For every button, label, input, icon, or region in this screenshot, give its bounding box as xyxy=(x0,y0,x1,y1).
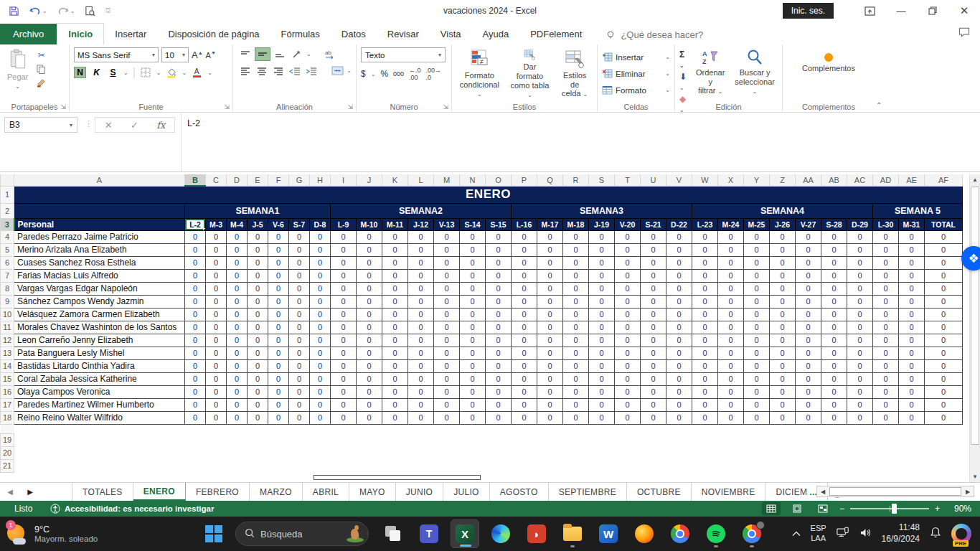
addins-button[interactable]: Complementos xyxy=(799,47,858,100)
value-cell[interactable]: 0 xyxy=(899,256,925,269)
value-cell[interactable]: 0 xyxy=(357,372,382,385)
value-cell[interactable]: 0 xyxy=(796,359,821,372)
value-cell[interactable]: 0 xyxy=(289,308,310,321)
value-cell[interactable]: 0 xyxy=(615,321,641,334)
value-cell[interactable]: 0 xyxy=(589,295,615,308)
day-header-cell[interactable]: J-26 xyxy=(770,218,796,230)
horizontal-scrollbar[interactable]: ◀ ▶ xyxy=(816,486,974,497)
scroll-left-arrow[interactable]: ◀ xyxy=(817,489,829,495)
day-header-cell[interactable]: S-15 xyxy=(486,218,512,230)
day-header-cell[interactable]: S-21 xyxy=(641,218,666,230)
value-cell[interactable]: 0 xyxy=(589,269,615,282)
value-cell[interactable]: 0 xyxy=(382,282,408,295)
value-cell[interactable]: 0 xyxy=(589,321,615,334)
value-cell[interactable]: 0 xyxy=(692,295,718,308)
row-number[interactable]: 1 xyxy=(1,186,14,203)
numero-dialog-launcher[interactable]: ⇲ xyxy=(443,103,448,110)
value-cell[interactable]: 0 xyxy=(589,334,615,347)
value-cell[interactable]: 0 xyxy=(615,256,641,269)
value-cell[interactable]: 0 xyxy=(268,359,289,372)
value-cell[interactable]: 0 xyxy=(692,334,718,347)
value-cell[interactable]: 0 xyxy=(268,385,289,398)
row-number[interactable]: 13 xyxy=(1,347,14,359)
value-cell[interactable]: 0 xyxy=(615,243,641,256)
value-cell[interactable]: 0 xyxy=(847,308,873,321)
value-cell[interactable]: 0 xyxy=(357,334,382,347)
value-cell[interactable]: 0 xyxy=(744,347,770,359)
value-cell[interactable]: 0 xyxy=(331,282,357,295)
column-header-E[interactable]: E xyxy=(248,174,268,186)
empty-row[interactable] xyxy=(14,433,963,446)
bold-button[interactable]: N xyxy=(74,67,86,78)
column-header-B[interactable]: B xyxy=(185,174,206,186)
value-cell[interactable]: 0 xyxy=(666,398,692,411)
value-cell[interactable]: 0 xyxy=(641,269,666,282)
format-as-table-button[interactable]: Dar formatocomo tabla ⌄ xyxy=(507,47,553,100)
value-cell[interactable]: 0 xyxy=(873,295,899,308)
value-cell[interactable]: 0 xyxy=(248,295,268,308)
value-cell[interactable]: 0 xyxy=(796,398,821,411)
value-cell[interactable]: 0 xyxy=(873,347,899,359)
namebox-splitter[interactable]: ⋮ xyxy=(85,119,93,128)
value-cell[interactable]: 0 xyxy=(460,372,486,385)
sheet-tab-octubre[interactable]: OCTUBRE xyxy=(627,483,692,501)
value-cell[interactable]: 0 xyxy=(873,256,899,269)
align-center-icon[interactable] xyxy=(254,64,269,77)
value-cell[interactable]: 0 xyxy=(925,321,963,334)
font-name-select[interactable]: MS Sans Serif▾ xyxy=(74,47,159,62)
value-cell[interactable]: 0 xyxy=(821,243,847,256)
value-cell[interactable]: 0 xyxy=(615,308,641,321)
row-number[interactable]: 11 xyxy=(1,321,14,334)
orientation-icon[interactable] xyxy=(289,47,305,61)
volume-icon[interactable] xyxy=(859,527,872,541)
percent-icon[interactable]: % xyxy=(380,69,388,79)
value-cell[interactable]: 0 xyxy=(268,308,289,321)
weather-widget[interactable]: 1 9°C Mayorm. soleado xyxy=(0,523,194,545)
value-cell[interactable]: 0 xyxy=(310,243,331,256)
day-header-cell[interactable]: M-24 xyxy=(718,218,744,230)
day-header-cell[interactable]: D-8 xyxy=(310,218,331,230)
value-cell[interactable]: 0 xyxy=(460,295,486,308)
personal-header-cell[interactable]: Personal xyxy=(14,218,185,230)
value-cell[interactable]: 0 xyxy=(537,359,563,372)
day-header-cell[interactable]: V-13 xyxy=(434,218,460,230)
value-cell[interactable]: 0 xyxy=(434,411,460,424)
value-cell[interactable]: 0 xyxy=(873,334,899,347)
zoom-in-icon[interactable]: + xyxy=(935,504,940,514)
column-header-P[interactable]: P xyxy=(512,174,537,186)
day-header-cell[interactable]: M-10 xyxy=(357,218,382,230)
value-cell[interactable]: 0 xyxy=(227,321,248,334)
value-cell[interactable]: 0 xyxy=(289,243,310,256)
value-cell[interactable]: 0 xyxy=(925,398,963,411)
value-cell[interactable]: 0 xyxy=(615,385,641,398)
value-cell[interactable]: 0 xyxy=(770,282,796,295)
value-cell[interactable]: 0 xyxy=(268,282,289,295)
decrease-decimal-icon[interactable]: .00→,0 xyxy=(426,67,442,81)
vertical-scroll-thumb[interactable] xyxy=(971,187,979,445)
value-cell[interactable]: 0 xyxy=(408,269,434,282)
value-cell[interactable]: 0 xyxy=(537,372,563,385)
value-cell[interactable]: 0 xyxy=(408,359,434,372)
value-cell[interactable]: 0 xyxy=(666,334,692,347)
value-cell[interactable]: 0 xyxy=(357,269,382,282)
value-cell[interactable]: 0 xyxy=(563,372,589,385)
value-cell[interactable]: 0 xyxy=(185,295,206,308)
employee-name-cell[interactable]: Bastidas Litardo Cinthia Yadira xyxy=(14,359,185,372)
value-cell[interactable]: 0 xyxy=(899,321,925,334)
value-cell[interactable]: 0 xyxy=(486,243,512,256)
value-cell[interactable]: 0 xyxy=(331,385,357,398)
value-cell[interactable]: 0 xyxy=(847,256,873,269)
value-cell[interactable]: 0 xyxy=(310,308,331,321)
page-break-view-icon[interactable] xyxy=(814,502,832,515)
value-cell[interactable]: 0 xyxy=(227,411,248,424)
value-cell[interactable]: 0 xyxy=(847,295,873,308)
value-cell[interactable]: 0 xyxy=(331,334,357,347)
underline-button[interactable]: S xyxy=(107,67,119,78)
selected-cell[interactable]: L-2 xyxy=(185,218,206,230)
dropbox-icon[interactable]: ❖ xyxy=(961,246,980,270)
value-cell[interactable]: 0 xyxy=(434,385,460,398)
value-cell[interactable]: 0 xyxy=(227,256,248,269)
value-cell[interactable]: 0 xyxy=(692,359,718,372)
value-cell[interactable]: 0 xyxy=(310,282,331,295)
alineacion-dialog-launcher[interactable]: ⇲ xyxy=(347,103,353,110)
